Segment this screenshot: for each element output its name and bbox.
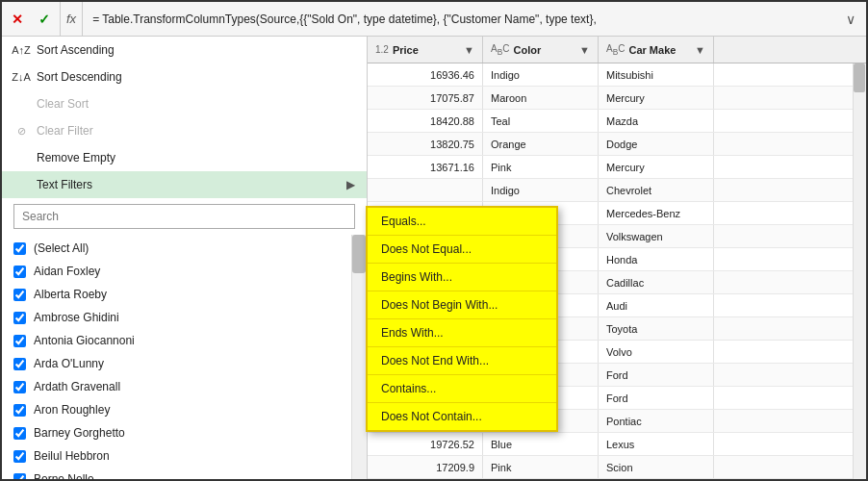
submenu-not-equal[interactable]: Does Not Equal... [368,236,556,264]
submenu-not-begin[interactable]: Does Not Begin With... [368,291,556,319]
color-col-label: Color [513,44,541,56]
sort-ascending-label: Sort Ascending [37,43,115,57]
cell-carmake: Dodge [599,133,714,155]
checkbox-ambrose-label: Ambrose Ghidini [34,311,119,324]
table-row: 17075.87 Maroon Mercury [368,87,866,110]
cell-carmake: Scion [599,456,714,478]
checkbox-barney-input[interactable] [13,427,26,440]
fx-label: fx [60,2,83,36]
remove-empty-label: Remove Empty [37,151,115,165]
cell-carmake: Mercedes-Benz [599,202,714,224]
sort-za-icon: Z↓A [13,69,29,85]
submenu-begins-with[interactable]: Begins With... [368,264,556,291]
list-scrollbar[interactable] [351,235,367,481]
checkbox-aron-input[interactable] [13,404,26,417]
checkbox-ardath-input[interactable] [13,381,26,393]
checkbox-aron-label: Aron Roughley [34,403,110,417]
table-row: 13820.75 Orange Dodge [368,133,866,156]
table-row: 16936.46 Indigo Mitsubishi [368,63,866,87]
cell-price: 13820.75 [368,133,483,155]
cell-carmake: Ford [599,364,714,386]
clear-sort-item: Clear Sort [2,90,367,117]
table-header: 1.2 Price ▼ ABC Color ▼ ABC Car Make ▼ [368,37,866,63]
remove-empty-item[interactable]: Remove Empty [2,144,367,171]
checkbox-arda-input[interactable] [13,358,26,370]
table-scrollbar-thumb[interactable] [854,63,865,92]
cancel-button[interactable]: ✕ [6,8,29,31]
checkbox-alberta-input[interactable] [13,289,26,301]
checkbox-antonia-label: Antonia Giocannoni [34,334,135,347]
cell-color: Teal [483,110,599,132]
checkbox-berne-input[interactable] [13,473,26,482]
checkbox-ambrose-input[interactable] [13,312,26,324]
col-header-color: ABC Color ▼ [483,37,599,63]
cell-color: Maroon [483,87,599,109]
checkbox-list: (Select All) Aidan Foxley Alberta Roeby … [2,235,367,481]
sort-az-icon: A↑Z [13,42,29,58]
clear-sort-icon [13,96,29,112]
table-row: 13671.16 Pink Mercury [368,156,866,179]
submenu-not-contain[interactable]: Does Not Contain... [368,403,556,430]
cell-price: 13671.16 [368,156,483,178]
submenu-not-end[interactable]: Does Not End With... [368,347,556,375]
checkbox-aidan-input[interactable] [13,266,26,278]
clear-filter-icon: ⊘ [13,123,29,139]
search-container [2,198,367,235]
col-header-carmake: ABC Car Make ▼ [599,37,714,63]
checkbox-beilul[interactable]: Beilul Hebbron [2,444,367,468]
color-dropdown-icon[interactable]: ▼ [579,44,590,56]
table-row: 18420.88 Teal Mazda [368,110,866,133]
cell-color: Indigo [483,63,599,86]
checkbox-beilul-input[interactable] [13,450,26,463]
confirm-button[interactable]: ✓ [33,8,56,31]
checkbox-select-all[interactable]: (Select All) [2,237,367,260]
text-filters-item[interactable]: Text Filters ▶ [2,171,367,198]
checkbox-berne[interactable]: Berne Nelle [2,468,367,481]
sort-descending-item[interactable]: Z↓A Sort Descending [2,63,367,90]
sort-ascending-item[interactable]: A↑Z Sort Ascending [2,37,367,63]
cell-price: 19726.52 [368,433,483,455]
formula-expand-button[interactable]: ∨ [839,8,862,31]
checkbox-aron[interactable]: Aron Roughley [2,398,367,421]
cell-color: Indigo [483,179,599,201]
cell-price: 17075.87 [368,87,483,109]
clear-filter-label: Clear Filter [37,124,93,138]
checkbox-beilul-label: Beilul Hebbron [34,449,110,463]
cell-carmake: Mercury [599,156,714,178]
checkbox-berne-label: Berne Nelle [34,472,94,481]
clear-sort-label: Clear Sort [37,97,89,111]
cell-price [368,179,483,201]
cell-carmake: Mercury [599,87,714,109]
list-scrollbar-thumb[interactable] [352,235,366,273]
checkbox-antonia[interactable]: Antonia Giocannoni [2,329,367,352]
col-header-price: 1.2 Price ▼ [368,37,483,63]
checkbox-alberta-label: Alberta Roeby [34,288,107,301]
checkbox-barney-label: Barney Gorghetto [34,426,125,440]
carmake-dropdown-icon[interactable]: ▼ [695,44,705,56]
submenu-equals[interactable]: Equals... [368,208,556,236]
checkbox-aidan[interactable]: Aidan Foxley [2,260,367,283]
checkbox-antonia-input[interactable] [13,335,26,347]
price-dropdown-icon[interactable]: ▼ [464,44,474,56]
checkbox-arda[interactable]: Arda O'Lunny [2,352,367,375]
checkbox-arda-label: Arda O'Lunny [34,357,104,370]
cell-carmake: Honda [599,248,714,270]
checkbox-barney[interactable]: Barney Gorghetto [2,421,367,444]
clear-filter-item: ⊘ Clear Filter [2,117,367,144]
checkbox-aidan-label: Aidan Foxley [34,265,100,278]
checkbox-alberta[interactable]: Alberta Roeby [2,283,367,306]
formula-input[interactable] [87,13,835,26]
checkbox-ardath[interactable]: Ardath Gravenall [2,375,367,398]
search-input[interactable] [13,204,355,229]
cell-color: Pink [483,456,599,478]
checkbox-ambrose[interactable]: Ambrose Ghidini [2,306,367,329]
cell-price: 16936.46 [368,63,483,86]
sort-descending-label: Sort Descending [37,70,122,84]
table-scrollbar[interactable] [853,63,866,481]
submenu-contains[interactable]: Contains... [368,375,556,403]
dropdown-panel: A↑Z Sort Ascending Z↓A Sort Descending C… [2,37,368,481]
submenu-ends-with[interactable]: Ends With... [368,319,556,347]
cell-carmake: Audi [599,294,714,316]
cell-carmake: Ford [599,387,714,409]
checkbox-select-all-input[interactable] [13,242,26,255]
